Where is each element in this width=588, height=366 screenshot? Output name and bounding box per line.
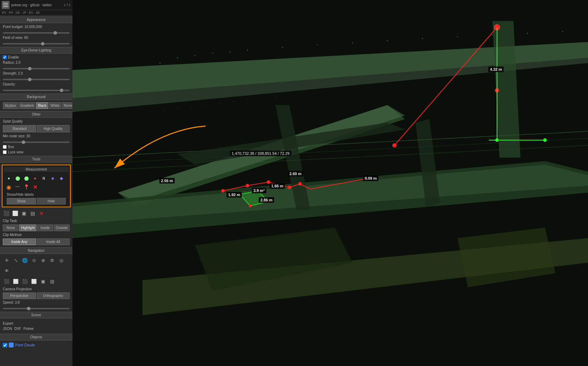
export-potree[interactable]: Potree xyxy=(23,327,34,331)
splat-quality-row: Splat Quality xyxy=(0,119,72,124)
enable-edl-checkbox[interactable] xyxy=(3,55,7,59)
quality-buttons: Standard High Quality xyxy=(0,124,72,133)
delete-tool-icon[interactable]: ✕ xyxy=(31,183,39,191)
distance-tool-icon[interactable]: ⬤ xyxy=(14,174,21,182)
export-dxf[interactable]: DXF xyxy=(14,327,21,331)
bg-white-btn[interactable]: White xyxy=(49,102,62,109)
header-bar: potree.org · github · twitter 1.7.1 xyxy=(0,0,72,10)
opacity-row: Opacity: xyxy=(0,82,72,87)
svg-point-48 xyxy=(495,138,499,142)
bearing-tool-icon[interactable]: ◈ xyxy=(49,174,56,182)
clip-volume-icons: ⬛ ⬜ ⬛ ⬜ ▣ ▤ xyxy=(0,276,72,286)
svg-point-26 xyxy=(163,110,164,111)
measurement-icons: ● ⬤ ⬤ ● N ◈ ◆ ◉ 〰 📍 ✕ xyxy=(4,173,69,192)
compass-tool-icon[interactable]: N xyxy=(40,174,48,182)
viewport[interactable]: 2.56 m 2.60 m 1.66 m 1.92 m 3.9 m² 2.86 … xyxy=(72,0,588,366)
nav-icon-2[interactable]: ⤡ xyxy=(12,256,20,264)
bg-none-btn[interactable]: None xyxy=(62,102,72,109)
svg-point-21 xyxy=(457,36,458,37)
point-budget-slider[interactable] xyxy=(3,32,70,34)
opacity-label: Opacity: xyxy=(3,82,16,86)
speed-row: Speed: 3.8 xyxy=(0,300,72,305)
svg-point-31 xyxy=(233,101,234,102)
camera-projection-label: Camera Projection xyxy=(3,287,32,291)
lock-view-checkbox[interactable] xyxy=(3,150,7,154)
clip-none-btn[interactable]: None xyxy=(3,225,19,231)
bg-gradient-btn[interactable]: Gradient xyxy=(19,102,35,109)
inside-any-btn[interactable]: Inside Any xyxy=(3,239,36,245)
edl-section: Eye-Dome-Lighting xyxy=(0,47,72,54)
radius-slider[interactable] xyxy=(3,68,70,69)
meas-label-432: 4.32 m xyxy=(488,67,504,72)
clip-select-icon[interactable]: ▤ xyxy=(29,210,36,217)
menu-button[interactable] xyxy=(2,1,9,9)
vol-icon-5[interactable]: ▣ xyxy=(39,277,47,285)
projection-buttons: Perspective Orthographic xyxy=(0,292,72,300)
svg-point-50 xyxy=(221,189,225,193)
min-node-slider-container xyxy=(0,139,72,144)
point-clouds-row: Point Clouds xyxy=(0,341,72,348)
point-tool-icon[interactable]: ● xyxy=(5,174,13,182)
height-tool-icon[interactable]: ◆ xyxy=(57,174,65,182)
min-node-slider[interactable] xyxy=(3,141,70,143)
inside-all-btn[interactable]: Inside All xyxy=(37,239,70,245)
nav-icon-3[interactable]: 🌐 xyxy=(21,256,29,264)
svg-point-34 xyxy=(275,96,276,97)
bg-black-btn[interactable]: Black xyxy=(36,102,48,109)
clip-inside-btn[interactable]: Inside xyxy=(37,225,53,231)
strength-row: Strength: 2.0 xyxy=(0,71,72,76)
speed-slider[interactable] xyxy=(3,308,70,309)
show-labels-btn[interactable]: Show xyxy=(7,198,36,205)
high-quality-btn[interactable]: High Quality xyxy=(37,125,70,132)
svg-point-11 xyxy=(177,57,178,58)
svg-point-27 xyxy=(177,108,178,109)
clip-polygon-icon[interactable]: ▣ xyxy=(20,210,27,217)
vol-icon-6[interactable]: ▤ xyxy=(48,277,56,285)
nav-eye-icon[interactable]: 👁 xyxy=(3,267,10,275)
perspective-btn[interactable]: Perspective xyxy=(3,292,36,299)
nav-icon-1[interactable]: ✛ xyxy=(3,256,10,264)
app-title: potree.org · github · twitter xyxy=(11,3,52,7)
nav-icon-4[interactable]: ⊙ xyxy=(30,256,38,264)
clip-task-buttons: None Highlight Inside Outside xyxy=(0,223,72,232)
strength-slider[interactable] xyxy=(3,79,70,80)
vol-icon-1[interactable]: ⬛ xyxy=(3,277,10,285)
circle-tool-icon[interactable]: ◉ xyxy=(5,183,13,191)
fov-slider[interactable] xyxy=(3,43,70,44)
point-clouds-checkbox[interactable] xyxy=(3,343,7,347)
clip-box-icon[interactable]: ⬛ xyxy=(3,210,10,217)
clip-clear-icon[interactable]: ✕ xyxy=(38,210,45,217)
orthographic-btn[interactable]: Orthographic xyxy=(37,292,70,299)
point-clouds-label[interactable]: Point Clouds xyxy=(15,343,35,347)
clip-highlight-btn[interactable]: Highlight xyxy=(19,225,36,231)
vol-icon-4[interactable]: ⬜ xyxy=(30,277,38,285)
export-json[interactable]: JSON xyxy=(3,327,12,331)
speed-label: Speed: 3.8 xyxy=(3,301,20,304)
clip-sphere-icon[interactable]: ⬜ xyxy=(12,210,19,217)
svg-point-28 xyxy=(191,106,192,107)
clip-outside-btn[interactable]: Outside xyxy=(54,225,70,231)
bg-skybox-btn[interactable]: Skybox xyxy=(3,102,18,109)
area-tool-icon[interactable]: ⬤ xyxy=(22,174,30,182)
opacity-slider[interactable] xyxy=(3,90,70,91)
svg-point-32 xyxy=(247,99,248,100)
angle-tool-icon[interactable]: ● xyxy=(31,174,39,182)
nav-icon-7[interactable]: ◎ xyxy=(57,256,65,264)
clip-task-label: Clip Task xyxy=(0,218,72,223)
hide-labels-btn[interactable]: Hide xyxy=(37,198,66,205)
vol-icon-3[interactable]: ⬛ xyxy=(21,277,29,285)
box-row: Box xyxy=(0,144,72,150)
point-budget-row: Point budget: 10,000,000 xyxy=(0,24,72,29)
vol-icon-2[interactable]: ⬜ xyxy=(12,277,20,285)
min-node-label: Min node size: 30 xyxy=(3,134,30,138)
measurement-panel: Measurement ● ⬤ ⬤ ● N ◈ ◆ ◉ 〰 📍 ✕ Show/H… xyxy=(2,165,71,207)
nav-icon-6[interactable]: ⚙ xyxy=(48,256,56,264)
navigation-icons-row2: 👁 xyxy=(0,265,72,276)
box-checkbox[interactable] xyxy=(3,145,7,149)
pin-tool-icon[interactable]: 📍 xyxy=(22,183,30,191)
nav-icon-5[interactable]: ⊕ xyxy=(39,256,47,264)
standard-quality-btn[interactable]: Standard xyxy=(3,125,36,132)
profile-tool-icon[interactable]: 〰 xyxy=(14,183,21,191)
meas-label-260: 2.60 m xyxy=(288,171,303,177)
objects-section: Objects xyxy=(0,334,72,340)
